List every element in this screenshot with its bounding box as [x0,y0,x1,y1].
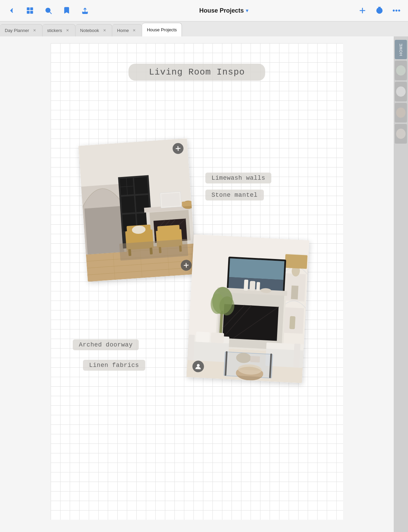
color-swatch-4 [396,129,406,139]
toolbar-right [357,5,402,16]
tab-close-home[interactable]: ✕ [132,28,137,33]
tab-stickers[interactable]: stickers ✕ [42,24,75,36]
svg-rect-72 [229,258,285,280]
page-title-area: Living Room Inspo [129,64,265,81]
photo-frame-1 [78,138,196,281]
label-stone: Stone mantel [205,190,264,200]
svg-rect-24 [84,206,124,254]
tab-day-planner[interactable]: Day Planner ✕ [0,24,42,36]
label-limewash: Limewash walls [205,173,271,183]
svg-rect-43 [161,193,181,207]
svg-point-11 [395,10,397,12]
svg-rect-0 [27,8,29,10]
timer-button[interactable] [374,5,385,16]
page-title: Living Room Inspo [149,67,245,77]
svg-point-105 [197,364,200,367]
sidebar-tab-swatch-3[interactable] [395,103,407,123]
svg-rect-93 [211,332,224,343]
photo-frame-2 [186,234,309,383]
page-content: Living Room Inspo [51,43,343,520]
svg-rect-67 [291,286,299,300]
tab-label: Day Planner [5,28,29,33]
right-sidebar: HOME [394,36,408,532]
tab-label: Notebook [80,28,99,33]
svg-rect-45 [182,201,194,206]
svg-line-59 [184,265,188,265]
svg-line-57 [176,148,180,149]
svg-rect-27 [134,177,148,194]
tab-close-day-planner[interactable]: ✕ [32,28,37,33]
svg-point-12 [398,10,400,12]
svg-rect-1 [31,8,33,10]
svg-rect-82 [250,281,255,291]
room-image-1 [78,138,196,281]
tab-label: Home [117,28,129,33]
document-title: House Projects [199,7,244,14]
tab-notebook[interactable]: Notebook ✕ [75,24,113,36]
svg-rect-3 [31,11,33,13]
svg-rect-69 [285,254,307,269]
sidebar-tab-swatch-2[interactable] [395,82,407,101]
share-button[interactable] [80,5,90,16]
sidebar-tab-home-label: HOME [399,43,403,56]
sidebar-tab-swatch-4[interactable] [395,124,407,144]
add-button[interactable] [357,5,368,16]
svg-rect-96 [293,343,301,368]
back-button[interactable] [6,5,17,16]
notebook-page: Living Room Inspo [51,43,343,520]
sidebar-tab-home[interactable]: HOME [395,40,407,59]
svg-rect-68 [289,316,295,329]
search-button[interactable] [43,5,54,16]
svg-line-5 [50,12,51,14]
tab-close-notebook[interactable]: ✕ [102,28,107,33]
tab-label: stickers [47,28,62,33]
more-button[interactable] [391,5,402,16]
toolbar: House Projects ▾ [0,0,408,21]
grid-button[interactable] [24,5,35,16]
svg-rect-28 [121,196,135,213]
sidebar-tab-swatch-1[interactable] [395,61,407,80]
svg-rect-83 [256,282,260,291]
label-linen: Linen fabrics [83,360,145,371]
svg-rect-92 [196,332,210,342]
color-swatch-2 [396,86,406,97]
room-image-2 [186,234,309,383]
tab-house-projects[interactable]: House Projects [142,23,182,36]
tabs-bar: Day Planner ✕ stickers ✕ Notebook ✕ Home… [0,21,408,36]
bookmark-button[interactable] [61,5,72,16]
color-swatch-3 [396,108,406,118]
label-arch: Arched doorway [73,339,139,350]
tab-home[interactable]: Home ✕ [112,24,142,36]
main-area: Living Room Inspo [0,36,408,532]
svg-rect-101 [250,356,260,362]
svg-point-10 [393,10,394,12]
chevron-down-icon[interactable]: ▾ [246,8,248,13]
notebook-area: Living Room Inspo [0,36,394,532]
svg-rect-2 [27,11,29,13]
color-swatch-1 [396,65,406,76]
svg-rect-81 [244,279,249,291]
toolbar-center: House Projects ▾ [199,7,248,14]
tab-close-stickers[interactable]: ✕ [65,28,70,33]
toolbar-left [6,5,90,16]
tab-label: House Projects [147,27,177,32]
